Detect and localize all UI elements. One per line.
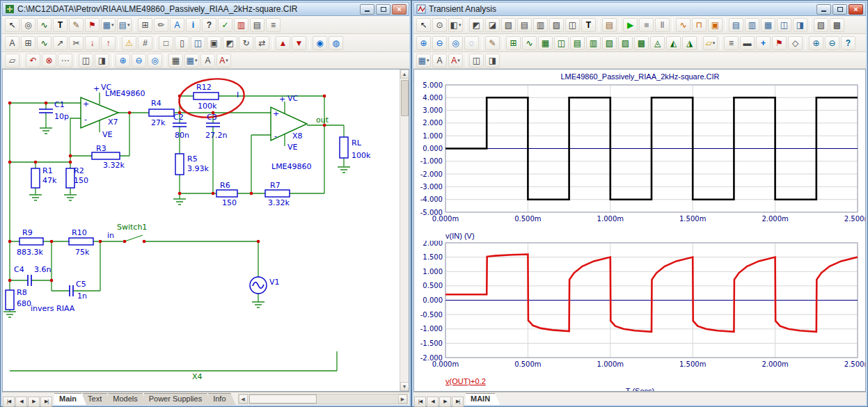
prev-tab-button[interactable]: ◀ [427,397,439,407]
align-bottom-icon[interactable]: ↓ [85,36,100,50]
select-tool-icon[interactable]: ↖ [416,18,431,32]
image-icon[interactable]: ▦ [168,54,183,67]
next-tab-button[interactable]: ▶ [439,397,451,407]
schematic-label[interactable]: R10 [72,228,87,237]
schematic-label[interactable]: 80n [175,131,189,140]
crop-icon[interactable]: ▣ [207,36,221,50]
last-tab-button[interactable]: ▶| [452,397,464,407]
restore-button[interactable] [833,4,847,15]
analysis-limits-icon[interactable]: ∿ [676,18,691,32]
copy-icon[interactable]: ◫ [79,54,93,67]
copy-icon[interactable]: ◫ [469,54,484,67]
schematic-label[interactable]: R6 [220,181,230,190]
tokens-icon[interactable]: ∿ [522,36,537,50]
more-options-icon[interactable]: ⋯ [58,54,72,67]
region-icon[interactable]: ◩ [223,36,237,50]
pan-tool-icon[interactable]: ⊙ [432,18,447,32]
schematic-label[interactable]: 3.32k [268,198,290,207]
schematic-label[interactable]: R12 [196,83,212,92]
schematic-label[interactable]: LME49860 [271,162,312,171]
schematic-label[interactable]: R2 [74,166,84,175]
enable-check-icon[interactable]: ✓ [218,18,232,32]
scrollbar-thumb[interactable] [401,80,409,116]
envelope-icon[interactable]: ◬ [650,36,665,50]
slope-tag-icon[interactable]: ▨ [549,18,564,32]
find-icon[interactable]: ◉ [313,36,327,50]
schematic-label[interactable]: C2 [173,113,184,122]
scope-mode-icon[interactable]: ◧▾ [448,18,463,32]
schematic-label[interactable]: 680 [17,299,31,308]
schematic-label[interactable]: 1n [77,292,87,301]
magnify-minus-icon[interactable]: ⊖ [825,36,839,50]
pause-icon[interactable]: ‖ [655,18,670,32]
font-icon[interactable]: A [200,54,215,67]
watch-icon[interactable]: ◫ [777,18,791,32]
schematic-titlebar[interactable]: C:\MC12\DATA\Petrov\RIAA\LME49860_Passiv… [2,2,409,16]
horizontal-scrollbar[interactable]: ◀ ▶ [238,394,408,404]
folder-icon[interactable]: ▱▾ [703,36,718,50]
wire-tool-icon[interactable]: ∿ [37,18,52,32]
schematic-label[interactable]: + [93,84,100,93]
horizontal-tag-icon[interactable]: ▤ [517,18,532,32]
schematic-label[interactable]: R4 [151,99,161,108]
list-icon[interactable]: ≡ [724,36,739,50]
schematic-label[interactable]: Switch1 [117,223,147,232]
schematic-label[interactable]: 27k [151,118,166,127]
plus-mark-icon[interactable]: ◫ [554,36,569,50]
stop-icon[interactable]: ■ [639,18,654,32]
schematic-label[interactable]: I [237,90,239,99]
cursor-mode-icon[interactable]: ◪ [485,18,500,32]
picture-tool-icon[interactable]: ▦▾ [101,18,116,32]
data-points-icon[interactable]: ⊞ [506,36,521,50]
cursor-positions-icon[interactable]: ◇ [788,36,803,50]
schematic-label[interactable]: 47k [42,176,57,185]
schematic-label[interactable]: 10p [54,112,69,121]
font-color-icon[interactable]: A▾ [216,54,231,67]
attribute-text-icon[interactable]: A [170,18,184,32]
schematic-canvas[interactable]: C110p+VCLME49860X7VE+-R33.32kR147kR2150R… [3,70,402,390]
ruler-grid-icon[interactable]: ▦ [538,36,553,50]
scroll-left-button[interactable]: ◀ [239,394,248,404]
tab-main[interactable]: MAIN [466,393,500,405]
state-variables-icon[interactable]: ▥ [745,18,759,32]
schematic-label[interactable]: RL [352,138,362,147]
schematic-label[interactable]: X8 [292,131,303,141]
schematic-label[interactable]: R5 [187,154,198,163]
schematic-label[interactable]: 100k [198,102,217,111]
reduce-data-icon[interactable]: ▦ [761,18,775,32]
schematic-label[interactable]: in [107,231,114,240]
schematic-label[interactable]: + [273,109,279,118]
schematic-label[interactable]: V1 [269,278,280,287]
schematic-label[interactable]: 150 [74,176,88,185]
zoom-mode-icon[interactable]: ◩ [469,18,484,32]
scroll-down-button[interactable]: ▼ [400,382,409,391]
grid-icon[interactable]: # [138,36,152,50]
paintbrush-icon[interactable]: ✏ [154,18,168,32]
schematic-label[interactable]: out [316,115,329,125]
waveform-plot-top[interactable]: 5.0004.0003.0002.0001.0000.000-1.000-2.0… [415,81,866,229]
y-expression-vout[interactable]: v(OUT)+0.2 [445,377,865,386]
page-back-icon[interactable]: ▱ [5,54,19,67]
minor-log-icon[interactable]: ▧ [602,36,617,50]
next-tab-button[interactable]: ▶ [28,397,40,407]
zoom-out-icon[interactable]: ⊖ [432,36,447,50]
zoom-area-icon[interactable]: ◎ [148,54,162,67]
schematic-label[interactable]: C5 [76,280,86,289]
stepping-icon[interactable]: ⊓ [692,18,707,32]
first-tab-button[interactable]: |◀ [414,397,426,407]
properties-icon[interactable]: ▤ [602,18,617,32]
paste-icon[interactable]: ◨ [485,54,500,67]
step-up-icon[interactable]: ▲ [276,36,290,50]
schematic-label[interactable]: R1 [42,166,53,175]
schematic-label[interactable]: R9 [22,228,33,237]
select-tool-icon[interactable]: ↖ [5,18,19,32]
horizontal-axis-icon[interactable]: ▤ [570,36,585,50]
search-icon[interactable]: ◍ [329,36,343,50]
info-icon[interactable]: i [186,18,200,32]
schematic-label[interactable]: - [274,131,277,141]
schematic-label[interactable]: 27.2n [205,131,227,140]
tag-icon[interactable]: ⚑ [772,36,787,50]
auto-scale-icon[interactable]: ◎ [448,36,463,50]
text-tool-icon[interactable]: T [53,18,68,32]
magnify-help-icon[interactable]: ? [841,36,855,50]
